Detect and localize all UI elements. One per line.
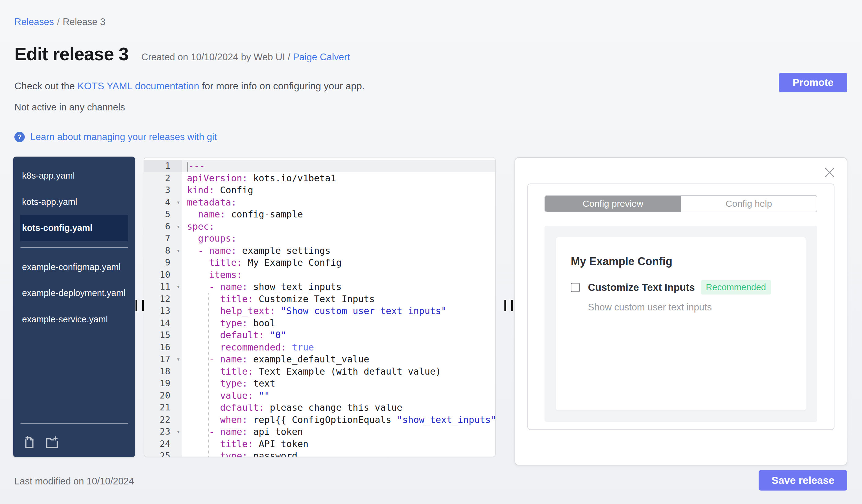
code-line-20[interactable]: 20 value: "" [144,389,495,402]
code-line-13[interactable]: 13 help_text: "Show custom user text inp… [144,305,495,317]
code-text: recommended: true [182,341,495,354]
code-text: - name: api_token [182,426,495,438]
code-line-10[interactable]: 10 items: [144,269,495,281]
code-line-19[interactable]: 19 type: text [144,377,495,389]
breadcrumb-separator: / [54,16,63,27]
sidebar-file-kots-config.yaml[interactable]: kots-config.yaml [20,215,128,241]
code-line-14[interactable]: 14 type: bool [144,317,495,329]
kots-yaml-doc-link[interactable]: KOTS YAML documentation [77,80,199,91]
sidebar-divider [21,248,128,248]
code-line-23[interactable]: 23▾ - name: api_token [144,426,495,438]
line-number: 24 [144,438,182,450]
created-info: Created on 10/10/2024 by Web UI / Paige … [141,52,350,63]
line-number: 2 [144,172,182,184]
sidebar-file-example-configmap.yaml[interactable]: example-configmap.yaml [20,254,128,280]
line-number: 10 [144,269,182,281]
new-folder-icon[interactable] [45,435,59,449]
git-releases-link[interactable]: Learn about managing your releases with … [30,132,217,143]
code-text: apiVersion: kots.io/v1beta1 [182,172,495,184]
code-text: default: "0" [182,329,495,341]
code-text: type: password [182,450,495,457]
tab-config-preview[interactable]: Config preview [545,196,681,212]
line-number: 19 [144,377,182,389]
code-line-7[interactable]: 7 groups: [144,233,495,245]
fold-arrow-icon[interactable]: ▾ [177,196,180,209]
editor-lines: 1---2apiVersion: kots.io/v1beta13kind: C… [144,158,495,456]
save-release-button[interactable]: Save release [759,470,847,491]
code-line-15[interactable]: 15 default: "0" [144,329,495,341]
code-line-3[interactable]: 3kind: Config [144,184,495,196]
config-item-row: Customize Text Inputs Recommended [571,280,791,294]
line-number: 12 [144,293,182,305]
code-text: metadata: [182,196,495,209]
code-line-5[interactable]: 5 name: config-sample [144,208,495,221]
doc-prefix: Check out the [14,80,77,91]
file-sidebar: k8s-app.yamlkots-app.yamlkots-config.yam… [13,157,135,457]
yaml-code-editor[interactable]: 1---2apiVersion: kots.io/v1beta13kind: C… [144,157,496,457]
code-text: title: Customize Text Inputs [182,293,495,305]
code-line-18[interactable]: 18 title: Text Example (with default val… [144,366,495,378]
code-line-4[interactable]: 4▾metadata: [144,196,495,209]
code-text: - name: show_text_inputs [182,281,495,293]
git-help-row: ? Learn about managing your releases wit… [14,132,217,143]
config-card: My Example Config Customize Text Inputs … [556,237,806,410]
line-number: 16 [144,341,182,354]
config-tabs: Config preview Config help [545,195,817,212]
code-line-22[interactable]: 22 when: repl{{ ConfigOptionEquals "show… [144,414,495,426]
code-line-1[interactable]: 1--- [144,160,495,172]
sidebar-resize-handle[interactable] [135,300,144,311]
line-number: 6▾ [144,221,182,233]
sidebar-bottom [13,417,135,457]
fold-arrow-icon[interactable]: ▾ [177,221,180,233]
code-text: title: Text Example (with default value) [182,366,495,378]
code-text: spec: [182,221,495,233]
config-preview-surface: My Example Config Customize Text Inputs … [545,226,817,422]
code-line-12[interactable]: 12 title: Customize Text Inputs [144,293,495,305]
line-number: 18 [144,366,182,378]
sidebar-file-k8s-app.yaml[interactable]: k8s-app.yaml [20,163,128,189]
new-file-icon[interactable] [22,435,36,449]
doc-line: Check out the KOTS YAML documentation fo… [14,80,365,92]
line-number: 21 [144,401,182,414]
code-text: --- [182,160,495,172]
code-line-9[interactable]: 9 title: My Example Config [144,256,495,269]
line-number: 22 [144,414,182,426]
code-line-11[interactable]: 11▾ - name: show_text_inputs [144,281,495,293]
code-text: kind: Config [182,184,495,196]
line-number: 20 [144,389,182,402]
code-text: - name: example_settings [182,245,495,257]
channel-status: Not active in any channels [14,102,125,113]
code-line-21[interactable]: 21 default: please change this value [144,401,495,414]
code-text: default: please change this value [182,401,495,414]
fold-arrow-icon[interactable]: ▾ [177,353,180,366]
created-author-link[interactable]: Paige Calvert [293,52,350,62]
code-line-17[interactable]: 17▾ - name: example_default_value [144,353,495,366]
sidebar-file-kots-app.yaml[interactable]: kots-app.yaml [20,189,128,215]
code-text: type: text [182,377,495,389]
close-icon[interactable] [823,166,836,179]
sidebar-file-example-service.yaml[interactable]: example-service.yaml [20,306,128,333]
code-text: when: repl{{ ConfigOptionEquals "show_te… [182,414,495,426]
code-line-16[interactable]: 16 recommended: true [144,341,495,354]
breadcrumb-releases-link[interactable]: Releases [14,16,54,27]
code-line-6[interactable]: 6▾spec: [144,221,495,233]
fold-arrow-icon[interactable]: ▾ [177,281,180,293]
customize-text-inputs-checkbox[interactable] [571,283,580,292]
config-preview-panel: Config preview Config help My Example Co… [514,157,847,465]
panel-resize-handle[interactable] [505,300,513,311]
sidebar-file-example-deployment.yaml[interactable]: example-deployment.yaml [20,280,128,306]
fold-arrow-icon[interactable]: ▾ [177,245,180,257]
promote-button[interactable]: Promote [779,73,847,92]
code-line-8[interactable]: 8▾ - name: example_settings [144,245,495,257]
code-line-25[interactable]: 25 type: password [144,450,495,457]
fold-arrow-icon[interactable]: ▾ [177,426,180,438]
line-number: 13 [144,305,182,317]
code-text: groups: [182,233,495,245]
line-number: 25 [144,450,182,457]
line-number: 5 [144,208,182,221]
code-line-24[interactable]: 24 title: API token [144,438,495,450]
last-modified-text: Last modified on 10/10/2024 [14,476,134,487]
tab-config-help[interactable]: Config help [681,196,817,212]
code-line-2[interactable]: 2apiVersion: kots.io/v1beta1 [144,172,495,184]
line-number: 15 [144,329,182,341]
